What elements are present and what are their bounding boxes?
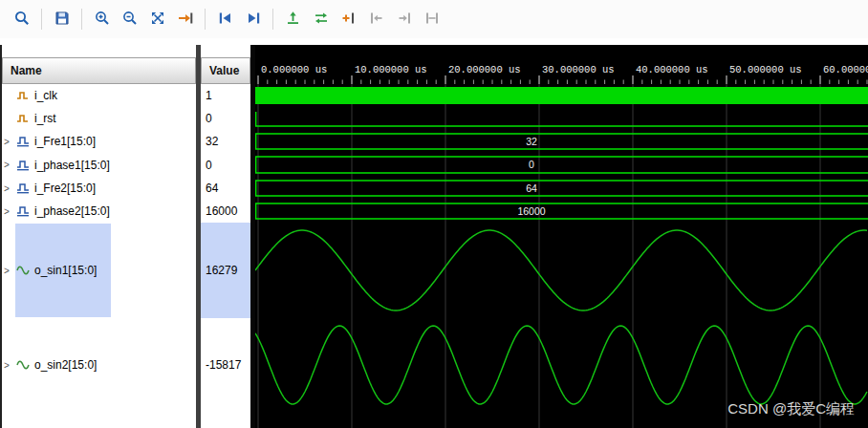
- fit-markers-button[interactable]: [419, 7, 445, 32]
- signal-name-row[interactable]: >o_sin1[15:0]: [0, 223, 196, 318]
- save-button[interactable]: [49, 7, 75, 32]
- bit-signal-icon: [16, 113, 32, 124]
- toolbar-separator: [205, 9, 206, 30]
- previous-marker-icon: [368, 10, 385, 30]
- bus-value-label: 32: [526, 136, 537, 147]
- restore-cursor-icon: [285, 10, 302, 30]
- swap-cursors-icon: [313, 10, 330, 30]
- ruler-tick-label: 40.000000 us: [636, 64, 708, 75]
- time-ruler[interactable]: 0.000000 us10.000000 us20.000000 us30.00…: [258, 64, 868, 84]
- fit-markers-icon: [423, 10, 441, 30]
- signal-name-panel: Name i_clki_rst>i_Fre1[15:0]>i_phase1[15…: [0, 38, 196, 428]
- toolbar-separator: [272, 9, 273, 30]
- expand-arrow-icon[interactable]: >: [0, 360, 16, 371]
- signal-name-row[interactable]: >o_sin2[15:0]: [0, 318, 196, 412]
- signal-value-cell[interactable]: 0: [201, 153, 250, 177]
- wave-row-bus[interactable]: 16000: [255, 203, 868, 219]
- previous-transition-icon: [217, 10, 234, 30]
- watermark: CSDN @我爱C编程: [727, 400, 855, 418]
- previous-marker-button[interactable]: [363, 7, 389, 32]
- wave-row-clock[interactable]: [255, 87, 868, 104]
- value-column-header: Value: [201, 57, 250, 84]
- signal-value-cell[interactable]: 32: [201, 130, 250, 153]
- signal-name-row[interactable]: >i_Fre1[15:0]: [0, 130, 196, 153]
- signal-name-label: i_Fre2[15:0]: [32, 182, 96, 195]
- signal-name-label: o_sin2[15:0]: [32, 358, 97, 372]
- next-transition-button[interactable]: [240, 7, 266, 32]
- waveform-panel[interactable]: 0.000000 us10.000000 us20.000000 us30.00…: [255, 45, 868, 428]
- waveform-canvas[interactable]: 0.000000 us10.000000 us20.000000 us30.00…: [255, 45, 868, 428]
- zoom-cursor-button[interactable]: [9, 7, 34, 32]
- wave-row-analog[interactable]: [255, 230, 867, 310]
- signal-name-label: o_sin1[15:0]: [32, 264, 97, 277]
- signal-value-cell[interactable]: 16279: [201, 223, 250, 318]
- signal-name-row[interactable]: i_rst: [0, 107, 196, 130]
- bus-value-label: 64: [526, 182, 537, 194]
- swap-cursors-button[interactable]: [308, 7, 334, 32]
- main-content: Name i_clki_rst>i_Fre1[15:0]>i_phase1[15…: [0, 38, 868, 428]
- bit-signal-icon: [16, 90, 32, 101]
- grid-lines: [258, 84, 820, 428]
- ruler-tick-label: 10.000000 us: [355, 64, 427, 75]
- zoom-out-button[interactable]: [117, 7, 142, 32]
- signal-value-cell[interactable]: -15817: [201, 318, 250, 412]
- signal-name-label: i_Fre1[15:0]: [32, 135, 96, 148]
- zoom-in-icon: [94, 10, 111, 30]
- toolbar-separator: [81, 9, 82, 30]
- add-marker-button[interactable]: [336, 7, 361, 32]
- next-transition-icon: [245, 10, 262, 30]
- waveform-viewer-window: Name i_clki_rst>i_Fre1[15:0]>i_phase1[15…: [0, 0, 868, 428]
- wave-row-analog[interactable]: [255, 326, 867, 404]
- ruler-tick-label: 20.000000 us: [448, 64, 521, 75]
- bus-signal-icon: [16, 160, 32, 171]
- zoom-fit-button[interactable]: [144, 7, 170, 32]
- expand-arrow-icon[interactable]: >: [0, 160, 16, 170]
- wave-row-low[interactable]: [255, 112, 868, 126]
- signal-name-label: i_rst: [32, 112, 56, 125]
- next-marker-icon: [396, 10, 413, 30]
- zoom-out-icon: [121, 10, 139, 30]
- toolbar: [0, 0, 868, 39]
- ruler-tick-label: 50.000000 us: [729, 64, 802, 75]
- toolbar-separator: [41, 9, 42, 30]
- ruler-tick-label: 0.000000 us: [261, 64, 327, 75]
- signal-value-panel: Value 10320641600016279-15817: [201, 38, 250, 428]
- previous-transition-button[interactable]: [212, 7, 238, 32]
- signal-name-row[interactable]: i_clk: [0, 84, 196, 107]
- bus-signal-icon: [16, 136, 32, 147]
- expand-arrow-icon[interactable]: >: [0, 183, 16, 194]
- analog-signal-icon: [16, 359, 32, 371]
- wave-row-bus[interactable]: 64: [255, 181, 868, 196]
- zoom-fit-icon: [149, 10, 166, 30]
- signal-name-row[interactable]: >i_phase1[15:0]: [0, 153, 196, 177]
- signal-name-row[interactable]: >i_phase2[15:0]: [0, 200, 196, 223]
- add-marker-icon: [340, 10, 358, 30]
- save-icon: [54, 10, 71, 30]
- signal-value-rows: 10320641600016279-15817: [201, 84, 250, 412]
- expand-arrow-icon[interactable]: >: [0, 206, 16, 217]
- expand-arrow-icon[interactable]: >: [0, 137, 16, 147]
- signal-value-cell[interactable]: 64: [201, 177, 250, 200]
- restore-cursor-button[interactable]: [280, 7, 306, 32]
- next-marker-button[interactable]: [391, 7, 417, 32]
- go-to-cursor-icon: [177, 10, 194, 30]
- wave-row-bus[interactable]: 0: [255, 157, 868, 173]
- expand-arrow-icon[interactable]: >: [0, 266, 16, 276]
- go-to-cursor-button[interactable]: [172, 7, 198, 32]
- wave-row-bus[interactable]: 32: [255, 134, 868, 149]
- signal-name-label: i_clk: [32, 89, 57, 102]
- ruler-tick-label: 30.000000 us: [542, 64, 615, 75]
- signal-name-rows: i_clki_rst>i_Fre1[15:0]>i_phase1[15:0]>i…: [0, 84, 196, 412]
- bus-signal-icon: [16, 205, 32, 217]
- bus-value-label: 0: [529, 159, 534, 170]
- zoom-in-button[interactable]: [89, 7, 115, 32]
- signal-value-cell[interactable]: 1: [201, 84, 250, 107]
- panel-left-edge: [0, 45, 2, 428]
- name-column-header: Name: [2, 57, 196, 84]
- analog-signal-icon: [16, 265, 32, 276]
- signal-value-cell[interactable]: 0: [201, 107, 250, 130]
- bus-signal-icon: [16, 182, 32, 194]
- signal-value-cell[interactable]: 16000: [201, 200, 250, 223]
- signal-name-row[interactable]: >i_Fre2[15:0]: [0, 177, 196, 200]
- signal-name-label: i_phase1[15:0]: [32, 159, 110, 172]
